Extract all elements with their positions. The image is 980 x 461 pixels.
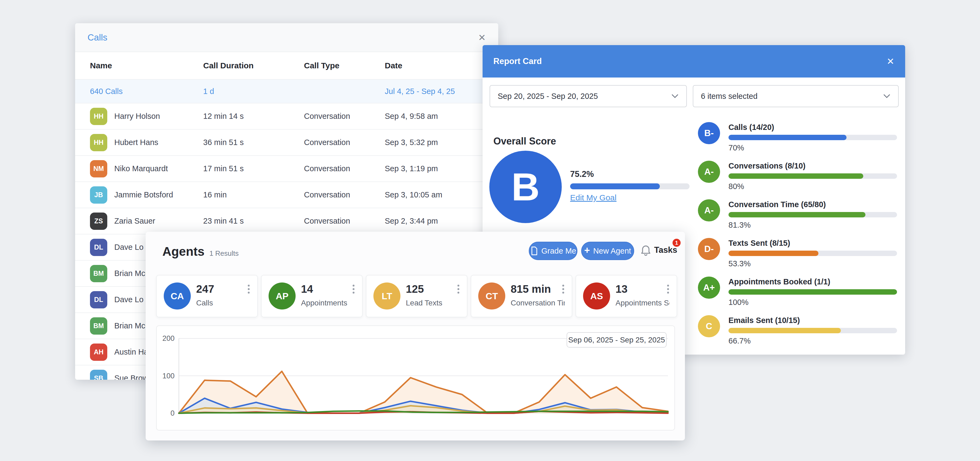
call-type-cell: Conversation	[304, 216, 385, 226]
metric-progress-bar	[729, 212, 897, 218]
agents-results-count: 1 Results	[209, 249, 239, 258]
grade-badge: A-	[698, 161, 720, 183]
metric-percent: 70%	[729, 143, 744, 152]
svg-text:200: 200	[162, 334, 175, 342]
kebab-menu-icon[interactable]	[561, 282, 565, 296]
agents-title: Agents1 Results	[162, 244, 239, 259]
items-select[interactable]: 6 items selected	[693, 85, 899, 107]
calls-panel-title: Calls	[88, 32, 107, 43]
metric-row: A+ Appointments Booked (1/1) 100%	[696, 275, 900, 314]
grade-me-label: Grade Me	[541, 246, 576, 256]
name-cell: NM Niko Marquardt	[90, 160, 203, 177]
chevron-down-icon	[671, 94, 679, 99]
call-type-cell: Conversation	[304, 112, 385, 121]
date-range-select[interactable]: Sep 20, 2025 - Sep 20, 2025	[490, 85, 687, 107]
call-date-cell: Sep 3, 10:05 am	[385, 191, 498, 199]
chevron-down-icon	[883, 94, 891, 99]
avatar: ZS	[90, 213, 107, 230]
metric-row: A- Conversation Time (65/80) 81.3%	[696, 198, 900, 237]
column-header-name: Name	[90, 61, 203, 70]
summary-calls-link[interactable]: 640 Calls	[90, 87, 203, 96]
grade-me-button[interactable]: Grade Me	[529, 242, 578, 260]
stat-value: 815 min	[511, 283, 551, 295]
table-row[interactable]: JB Jammie Botsford 16 min Conversation S…	[75, 181, 498, 208]
metric-percent: 53.3%	[729, 259, 751, 268]
plus-icon: +	[584, 245, 590, 256]
kebab-menu-icon[interactable]	[666, 282, 670, 296]
stat-icon: LT	[374, 283, 401, 310]
call-date-cell: Sep 3, 1:19 pm	[385, 164, 498, 173]
metric-progress-bar	[729, 328, 897, 333]
grade-badge: B-	[698, 122, 720, 144]
avatar: AH	[90, 343, 107, 361]
stat-label: Conversation Time	[511, 299, 565, 307]
stat-label: Lead Texts	[406, 299, 442, 307]
table-row[interactable]: HH Hubert Hans 36 min 51 s Conversation …	[75, 129, 498, 155]
kebab-menu-icon[interactable]	[457, 282, 460, 296]
name-cell: HH Harry Holson	[90, 108, 203, 125]
stat-card: CT 815 min Conversation Time	[471, 275, 572, 317]
avatar: NM	[90, 160, 107, 177]
call-type-cell: Conversation	[304, 164, 385, 173]
name-cell: ZS Zaria Sauer	[90, 213, 203, 230]
kebab-menu-icon[interactable]	[247, 282, 251, 296]
metric-percent: 66.7%	[729, 337, 751, 345]
stat-card: CA 247 Calls	[156, 275, 258, 317]
person-name: Dave Lo	[114, 295, 143, 304]
svg-text:0: 0	[170, 409, 175, 417]
calls-summary-row[interactable]: 640 Calls 1 d Jul 4, 25 - Sep 4, 25	[75, 79, 498, 103]
column-header-type: Call Type	[304, 61, 385, 70]
table-row[interactable]: NM Niko Marquardt 17 min 51 s Conversati…	[75, 155, 498, 181]
overall-grade-letter: B	[511, 164, 540, 210]
items-select-value: 6 items selected	[701, 92, 757, 101]
report-card-header: Report Card ✕	[482, 45, 905, 78]
stat-icon: CT	[478, 283, 505, 310]
document-icon	[530, 246, 538, 256]
stat-cards-row: CA 247 Calls AP 14 Appointments LT 125 L…	[156, 275, 677, 317]
tasks-notification-badge: 1	[673, 239, 681, 247]
stat-icon: CA	[164, 283, 191, 310]
calls-panel-header: Calls ✕	[75, 23, 498, 52]
call-duration-cell: 17 min 51 s	[203, 164, 304, 173]
person-name: Harry Holson	[114, 112, 160, 121]
tasks-button[interactable]: Tasks	[654, 245, 678, 255]
metric-label: Conversations (8/10)	[729, 162, 805, 170]
table-row[interactable]: HH Harry Holson 12 min 14 s Conversation…	[75, 103, 498, 129]
metric-percent: 100%	[729, 298, 748, 307]
metric-label: Calls (14/20)	[729, 123, 774, 132]
kebab-menu-icon[interactable]	[352, 282, 356, 296]
chart-date-range-chip[interactable]: Sep 06, 2025 - Sep 25, 2025	[566, 332, 667, 348]
metric-row: B- Calls (14/20) 70%	[696, 121, 900, 159]
metric-row: A- Conversations (8/10) 80%	[696, 159, 900, 198]
close-icon[interactable]: ✕	[478, 33, 486, 42]
stat-icon: AP	[269, 283, 296, 310]
overall-grade-badge: B	[489, 151, 562, 223]
overall-score-heading: Overall Score	[493, 135, 556, 147]
edit-my-goal-link[interactable]: Edit My Goal	[570, 193, 617, 202]
table-row[interactable]: ZS Zaria Sauer 23 min 41 s Conversation …	[75, 208, 498, 234]
new-agent-button[interactable]: + New Agent	[581, 242, 634, 260]
metric-label: Texts Sent (8/15)	[729, 239, 790, 248]
person-name: Hubert Hans	[114, 138, 158, 147]
summary-duration-link[interactable]: 1 d	[203, 87, 304, 96]
avatar: BM	[90, 265, 107, 282]
stat-label: Appointments Set	[616, 299, 670, 307]
metric-progress-bar	[729, 251, 897, 256]
metric-label: Appointments Booked (1/1)	[729, 277, 830, 286]
bell-icon[interactable]	[640, 244, 651, 257]
name-cell: JB Jammie Botsford	[90, 186, 203, 203]
close-icon[interactable]: ✕	[887, 57, 895, 66]
column-header-duration: Call Duration	[203, 61, 304, 70]
metric-progress-bar	[729, 135, 897, 140]
desktop-background: Calls ✕ Name Call Duration Call Type Dat…	[0, 0, 980, 461]
summary-date-link[interactable]: Jul 4, 25 - Sep 4, 25	[385, 87, 498, 96]
call-date-cell: Sep 2, 3:44 pm	[385, 216, 498, 226]
stat-card: LT 125 Lead Texts	[366, 275, 468, 317]
metric-progress-bar	[729, 173, 897, 179]
person-name: Niko Marquardt	[114, 164, 168, 173]
column-header-date: Date	[385, 61, 498, 70]
stat-value: 14	[301, 283, 313, 295]
agents-panel: Agents1 Results Grade Me + New Agent Tas…	[146, 232, 685, 440]
metric-percent: 80%	[729, 182, 744, 191]
avatar: DL	[90, 239, 107, 256]
